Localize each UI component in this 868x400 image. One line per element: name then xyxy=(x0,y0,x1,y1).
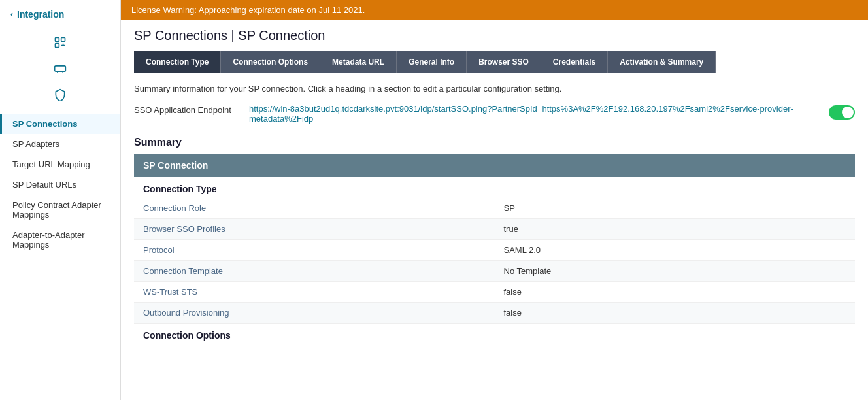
page-header: SP Connections | SP Connection Connectio… xyxy=(121,20,868,73)
connection-options-heading: Connection Options xyxy=(134,324,855,344)
row-value: No Template xyxy=(495,261,856,282)
sidebar: ‹ Integration SP Connections xyxy=(0,0,121,400)
sso-endpoint-label: SSO Application Endpoint xyxy=(134,104,239,115)
warning-text: License Warning: Approaching expiration … xyxy=(131,5,365,15)
row-value: SAML 2.0 xyxy=(495,240,856,261)
tab-connection-type[interactable]: Connection Type xyxy=(134,51,221,73)
tab-browser-sso[interactable]: Browser SSO xyxy=(467,51,541,73)
sso-endpoint-link[interactable]: https://win-8a3but2ud1q.tdcdarksite.pvt:… xyxy=(249,104,818,124)
summary-description: Summary information for your SP connecti… xyxy=(134,84,855,93)
table-row: Outbound Provisioning false xyxy=(134,303,855,324)
license-warning-banner: License Warning: Approaching expiration … xyxy=(121,0,868,20)
tab-credentials[interactable]: Credentials xyxy=(541,51,608,73)
tab-connection-options[interactable]: Connection Options xyxy=(221,51,320,73)
sidebar-icon-security[interactable] xyxy=(0,82,120,108)
svg-rect-2 xyxy=(56,44,59,48)
sidebar-icon-group xyxy=(0,29,120,108)
row-label: Connection Template xyxy=(134,261,495,282)
main-content: License Warning: Approaching expiration … xyxy=(121,0,868,400)
row-label: Outbound Provisioning xyxy=(134,303,495,324)
sidebar-back-button[interactable]: ‹ Integration xyxy=(0,0,120,29)
sidebar-item-policy-contract-adapter-mappings[interactable]: Policy Contract Adapter Mappings xyxy=(0,195,120,225)
tab-general-info[interactable]: General Info xyxy=(397,51,467,73)
tab-metadata-url[interactable]: Metadata URL xyxy=(320,51,397,73)
connection-type-heading: Connection Type xyxy=(134,177,855,198)
table-row: Connection Template No Template xyxy=(134,261,855,282)
tab-bar: Connection Type Connection Options Metad… xyxy=(134,51,855,73)
table-row: Browser SSO Profiles true xyxy=(134,219,855,240)
svg-rect-1 xyxy=(61,38,65,42)
sidebar-item-sp-adapters[interactable]: SP Adapters xyxy=(0,134,120,154)
sso-toggle[interactable] xyxy=(829,105,855,120)
sidebar-icon-adapters[interactable] xyxy=(0,56,120,82)
content-area: Summary information for your SP connecti… xyxy=(121,73,868,400)
connection-type-table: Connection Role SP Browser SSO Profiles … xyxy=(134,198,855,324)
svg-rect-3 xyxy=(55,66,66,71)
sidebar-icon-connections[interactable] xyxy=(0,29,120,56)
tab-activation-summary[interactable]: Activation & Summary xyxy=(608,51,716,73)
sidebar-item-target-url-mapping[interactable]: Target URL Mapping xyxy=(0,154,120,175)
sp-connection-section-header: SP Connection xyxy=(134,154,855,177)
table-row: Connection Role SP xyxy=(134,198,855,219)
row-label: Connection Role xyxy=(134,198,495,219)
svg-rect-0 xyxy=(56,38,59,42)
sidebar-back-label: Integration xyxy=(17,9,64,20)
sidebar-item-sp-connections[interactable]: SP Connections xyxy=(0,114,120,134)
sidebar-item-adapter-to-adapter-mappings[interactable]: Adapter-to-Adapter Mappings xyxy=(0,225,120,255)
row-value: false xyxy=(495,282,856,303)
row-value: false xyxy=(495,303,856,324)
sidebar-navigation: SP Connections SP Adapters Target URL Ma… xyxy=(0,108,120,260)
row-label: Browser SSO Profiles xyxy=(134,219,495,240)
chevron-left-icon: ‹ xyxy=(10,10,13,19)
row-value: true xyxy=(495,219,856,240)
row-value: SP xyxy=(495,198,856,219)
row-label: Protocol xyxy=(134,240,495,261)
sidebar-item-sp-default-urls[interactable]: SP Default URLs xyxy=(0,175,120,195)
summary-heading: Summary xyxy=(134,137,855,148)
row-label: WS-Trust STS xyxy=(134,282,495,303)
table-row: WS-Trust STS false xyxy=(134,282,855,303)
page-title: SP Connections | SP Connection xyxy=(134,28,855,43)
table-row: Protocol SAML 2.0 xyxy=(134,240,855,261)
sso-endpoint-row: SSO Application Endpoint https://win-8a3… xyxy=(134,104,855,124)
